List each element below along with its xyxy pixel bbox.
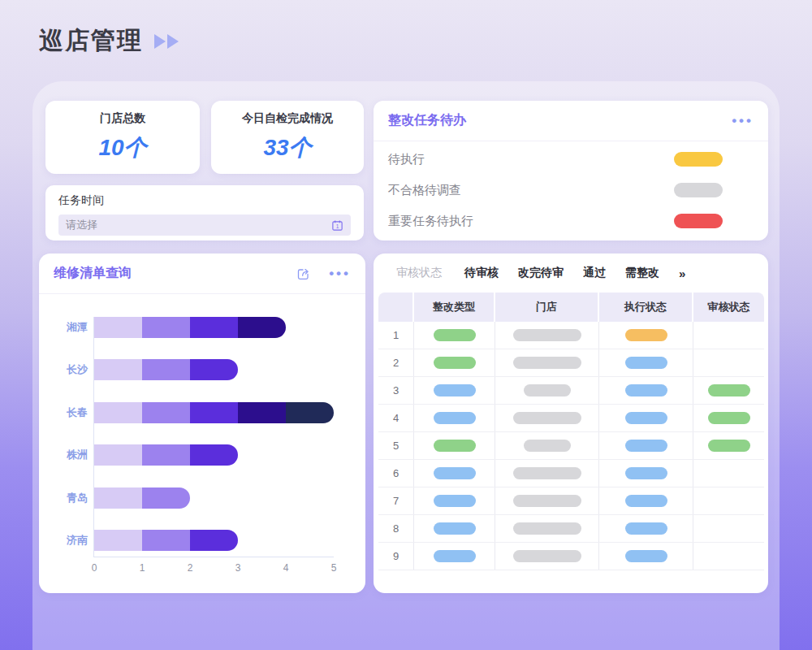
status-pill — [513, 467, 581, 479]
chart-category-label: 湘潭 — [44, 317, 88, 338]
tab-3[interactable]: 通过 — [583, 266, 606, 280]
tabs-overflow-chevron[interactable]: » — [679, 266, 685, 280]
bar-segment — [190, 530, 238, 551]
bar-segment — [94, 530, 142, 551]
export-icon[interactable] — [296, 266, 311, 281]
stat-value: 10个 — [98, 132, 146, 163]
chart-category-label: 青岛 — [44, 488, 88, 509]
todo-list: 待执行不合格待调查重要任务待执行 — [374, 141, 768, 236]
todo-status-pill — [674, 183, 723, 197]
table-row[interactable]: 5 — [378, 432, 764, 460]
play-icon — [167, 34, 179, 49]
row-number: 8 — [393, 522, 399, 535]
x-axis-tick: 3 — [230, 562, 246, 574]
column-header: 门店 — [495, 292, 599, 322]
table-row[interactable]: 7 — [378, 488, 764, 515]
bar-segment — [142, 402, 190, 423]
status-pill — [513, 495, 581, 507]
status-pill — [708, 384, 750, 396]
bar-segment — [190, 317, 238, 338]
stacked-bar — [94, 359, 238, 380]
column-header: 执行状态 — [599, 292, 693, 322]
table-row[interactable]: 1 — [378, 322, 764, 349]
task-time-picker[interactable]: 请选择 1 — [58, 214, 351, 236]
status-pill — [434, 495, 476, 507]
status-pill — [513, 522, 581, 535]
page-header: 巡店管理 — [39, 24, 179, 58]
status-pill — [625, 467, 667, 479]
status-pill — [625, 522, 667, 535]
tasks-table: 整改类型门店执行状态审核状态 123456789 — [378, 292, 764, 570]
status-pill — [434, 550, 476, 562]
bar-segment — [238, 402, 286, 423]
todo-status-pill — [674, 152, 723, 167]
play-icon — [154, 34, 166, 49]
calendar-icon[interactable]: 1 — [331, 219, 343, 232]
bar-segment — [94, 317, 142, 338]
todo-item-label: 不合格待调查 — [388, 183, 461, 198]
status-pill — [625, 440, 667, 452]
task-time-card: 任务时间 请选择 1 — [45, 185, 364, 240]
x-axis-tick: 0 — [86, 562, 102, 574]
stat-label: 今日自检完成情况 — [242, 111, 333, 126]
bar-segment — [94, 488, 142, 509]
status-pill — [513, 357, 581, 369]
todo-item[interactable]: 不合格待调查 — [374, 175, 768, 206]
bar-segment — [190, 359, 238, 380]
table-row[interactable]: 4 — [378, 405, 764, 432]
repair-bar-chart: 湘潭长沙长春株洲青岛济南012345 — [93, 317, 334, 557]
bar-segment — [190, 402, 238, 423]
stacked-bar — [94, 317, 286, 338]
row-number: 5 — [393, 440, 399, 452]
status-pill — [513, 329, 581, 341]
status-pill — [513, 412, 581, 424]
todo-item[interactable]: 待执行 — [374, 144, 768, 175]
tab-4[interactable]: 需整改 — [625, 266, 659, 280]
bar-segment — [238, 317, 286, 338]
status-pill — [625, 329, 667, 341]
status-pill — [625, 495, 667, 507]
tab-2[interactable]: 改完待审 — [518, 266, 564, 280]
tab-1[interactable]: 待审核 — [464, 266, 499, 280]
column-header — [378, 292, 414, 322]
chart-category-label: 株洲 — [44, 444, 88, 466]
date-placeholder: 请选择 — [66, 218, 331, 232]
row-number: 7 — [393, 495, 399, 507]
bar-segment — [142, 444, 190, 466]
todo-item[interactable]: 重要任务待执行 — [374, 206, 768, 236]
table-row[interactable]: 6 — [378, 460, 764, 488]
row-number: 2 — [393, 357, 399, 369]
status-pill — [524, 384, 571, 396]
status-pill — [625, 384, 667, 396]
x-axis-tick: 1 — [134, 562, 150, 574]
stacked-bar — [94, 488, 190, 509]
chart-category-label: 长春 — [44, 402, 88, 423]
todo-item-label: 待执行 — [388, 152, 425, 167]
stacked-bar — [94, 402, 334, 423]
status-pill — [513, 550, 581, 562]
stat-card-total-stores: 门店总数 10个 — [45, 101, 200, 174]
status-pill — [434, 522, 476, 535]
bar-segment — [94, 444, 142, 466]
task-time-label: 任务时间 — [58, 193, 351, 208]
more-menu-icon[interactable]: ••• — [732, 117, 754, 125]
column-header: 整改类型 — [414, 292, 495, 322]
audit-status-tabs: 审核状态 待审核改完待审通过需整改» — [374, 254, 768, 292]
repair-list-panel: 维修清单查询 ••• 湘潭长沙长春株洲青岛济南012345 — [39, 254, 365, 593]
repair-panel-title: 维修清单查询 — [54, 265, 132, 282]
row-number: 9 — [393, 550, 399, 562]
table-row[interactable]: 9 — [378, 543, 764, 570]
audit-table-panel: 审核状态 待审核改完待审通过需整改» 整改类型门店执行状态审核状态 123456… — [374, 254, 768, 593]
bar-segment — [94, 402, 142, 423]
status-pill — [708, 412, 750, 424]
table-row[interactable]: 2 — [378, 349, 764, 377]
x-axis-tick: 5 — [326, 562, 342, 574]
table-row[interactable]: 8 — [378, 515, 764, 543]
more-menu-icon[interactable]: ••• — [329, 270, 351, 278]
table-row[interactable]: 3 — [378, 377, 764, 405]
stat-label: 门店总数 — [100, 111, 145, 126]
row-number: 3 — [393, 384, 399, 396]
todo-status-pill — [674, 214, 723, 228]
todo-panel: 整改任务待办 ••• 待执行不合格待调查重要任务待执行 — [374, 101, 768, 240]
table-body: 123456789 — [378, 322, 764, 570]
